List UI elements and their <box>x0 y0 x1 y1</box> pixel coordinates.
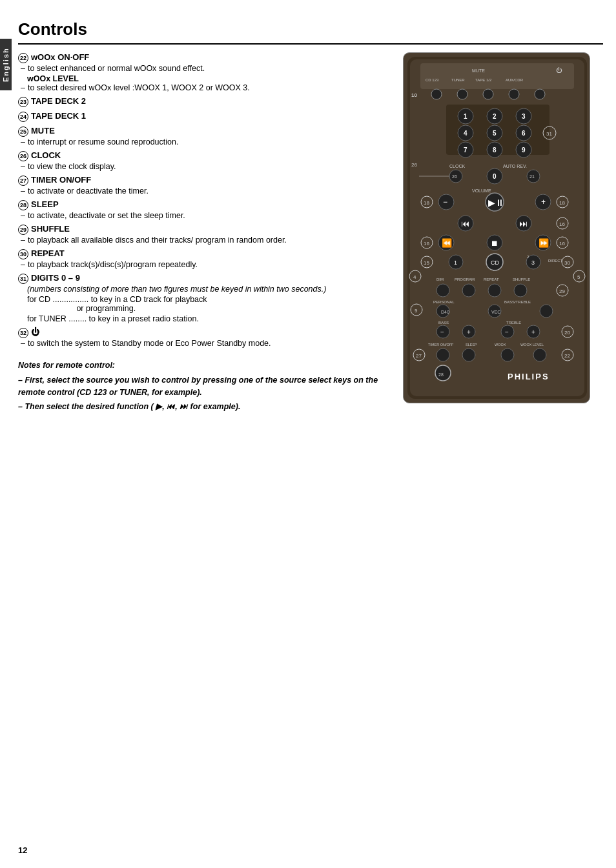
num-32: 32 <box>18 328 28 338</box>
page-title: Controls <box>18 19 603 45</box>
svg-text:CD: CD <box>491 259 499 266</box>
svg-text:7: 7 <box>464 146 467 154</box>
svg-text:TUNER: TUNER <box>451 78 465 82</box>
svg-text:REPEAT: REPEAT <box>484 278 499 281</box>
svg-text:WOOX: WOOX <box>495 343 506 347</box>
svg-text:⏮: ⏮ <box>461 219 469 228</box>
title-31: DIGITS 0 – 9 <box>31 273 80 283</box>
svg-text:⏩: ⏩ <box>539 237 549 248</box>
svg-text:−: − <box>505 328 509 336</box>
remote-svg: MUTE ⏻ CD 123 TUNER TAPE 1/2 AUX/CDR 1 <box>407 57 587 399</box>
notes-line-2: – Then select the desired function ( ▶, … <box>18 401 390 413</box>
svg-text:SHUFFLE: SHUFFLE <box>513 278 530 281</box>
svg-text:3: 3 <box>531 259 535 266</box>
svg-text:⏪: ⏪ <box>442 237 453 248</box>
svg-text:1: 1 <box>454 259 457 266</box>
svg-text:SLEEP: SLEEP <box>466 343 477 347</box>
title-32: ⏻ <box>31 327 39 337</box>
svg-text:10: 10 <box>411 92 417 98</box>
svg-point-123 <box>462 348 475 361</box>
svg-text:0: 0 <box>493 173 497 180</box>
svg-text:DIRECT: DIRECT <box>548 259 563 263</box>
svg-text:30: 30 <box>564 260 570 266</box>
svg-rect-2 <box>420 63 574 89</box>
title-30: REPEAT <box>31 248 65 258</box>
section-30: 30 REPEAT – to playback track(s)/disc(s)… <box>18 248 390 269</box>
svg-text:+: + <box>531 328 535 336</box>
svg-text:TREBLE: TREBLE <box>506 321 521 325</box>
section-32: 32 ⏻ – to switch the system to Standby m… <box>18 327 390 348</box>
language-label: English <box>0 39 12 90</box>
content-left: 22 wOOx ON·OFF – to select enhanced or n… <box>18 52 390 416</box>
svg-text:28: 28 <box>438 372 444 377</box>
notes-section: Notes for remote control: – First, selec… <box>18 359 390 413</box>
svg-text:+: + <box>467 328 471 336</box>
svg-text:5: 5 <box>577 274 580 280</box>
svg-text:⏭: ⏭ <box>519 219 528 228</box>
num-22: 22 <box>18 53 28 63</box>
svg-point-11 <box>483 89 493 99</box>
svg-text:9: 9 <box>522 146 526 154</box>
section-23: 23 TAPE DECK 2 <box>18 96 390 107</box>
svg-point-93 <box>488 284 501 297</box>
remote-image-column: MUTE ⏻ CD 123 TUNER TAPE 1/2 AUX/CDR 1 <box>403 52 603 416</box>
svg-text:22: 22 <box>564 353 570 359</box>
svg-text:MUTE: MUTE <box>472 68 485 73</box>
notes-heading: Notes for remote control: <box>18 359 390 372</box>
num-30: 30 <box>18 249 28 259</box>
num-24: 24 <box>18 112 28 122</box>
svg-text:20: 20 <box>564 330 570 336</box>
section-24: 24 TAPE DECK 1 <box>18 111 390 122</box>
title-29: SHUFFLE <box>31 224 70 234</box>
section-27: 27 TIMER ON/OFF – to activate or deactiv… <box>18 175 390 196</box>
title-27: TIMER ON/OFF <box>31 175 91 185</box>
svg-point-13 <box>535 89 545 99</box>
svg-text:4: 4 <box>413 274 416 280</box>
svg-text:TAPE 1/2: TAPE 1/2 <box>475 78 492 82</box>
section-29: 29 SHUFFLE – to playback all available d… <box>18 224 390 245</box>
svg-text:+: + <box>541 197 546 207</box>
num-23: 23 <box>18 97 28 107</box>
svg-text:3: 3 <box>522 113 526 120</box>
svg-text:DIM: DIM <box>436 278 444 281</box>
svg-point-10 <box>457 89 467 99</box>
svg-text:PHILIPS: PHILIPS <box>508 372 549 381</box>
svg-point-12 <box>509 89 519 99</box>
svg-text:26: 26 <box>452 174 457 179</box>
svg-text:18: 18 <box>424 200 429 206</box>
svg-text:−: − <box>440 328 444 336</box>
num-29: 29 <box>18 225 28 235</box>
svg-point-92 <box>462 284 475 297</box>
section-31: 31 DIGITS 0 – 9 (numbers consisting of m… <box>18 273 390 323</box>
title-22: wOOx ON·OFF <box>31 52 89 62</box>
svg-text:WOOX LEVEL: WOOX LEVEL <box>520 343 544 347</box>
svg-text:31: 31 <box>546 131 552 137</box>
svg-text:4: 4 <box>464 130 467 137</box>
section-26: 26 CLOCK – to view the clock display. <box>18 150 390 171</box>
svg-point-122 <box>436 348 449 361</box>
section-22: 22 wOOx ON·OFF – to select enhanced or n… <box>18 52 390 92</box>
svg-text:D40: D40 <box>441 310 449 314</box>
svg-text:16: 16 <box>424 241 429 247</box>
title-26: CLOCK <box>31 150 61 160</box>
svg-text:6: 6 <box>522 130 526 137</box>
num-25: 25 <box>18 126 28 137</box>
svg-text:18: 18 <box>559 200 565 206</box>
svg-point-105 <box>540 305 553 318</box>
svg-text:⏻: ⏻ <box>556 67 562 74</box>
svg-text:CLOCK: CLOCK <box>449 164 465 168</box>
svg-text:1: 1 <box>464 113 467 120</box>
svg-text:27: 27 <box>416 353 422 359</box>
svg-point-125 <box>533 348 546 361</box>
svg-text:AUTO REV.: AUTO REV. <box>503 164 527 168</box>
svg-text:BASS: BASS <box>438 321 449 325</box>
svg-text:BASS/TREBLE: BASS/TREBLE <box>504 300 531 304</box>
svg-text:−: − <box>443 197 447 207</box>
num-26: 26 <box>18 151 28 161</box>
svg-point-9 <box>431 89 442 99</box>
svg-text:5: 5 <box>493 130 497 137</box>
title-28: SLEEP <box>31 199 59 209</box>
svg-text:VOLUME: VOLUME <box>472 188 491 193</box>
title-24: TAPE DECK 1 <box>31 111 86 121</box>
page-number: 12 <box>18 845 27 855</box>
